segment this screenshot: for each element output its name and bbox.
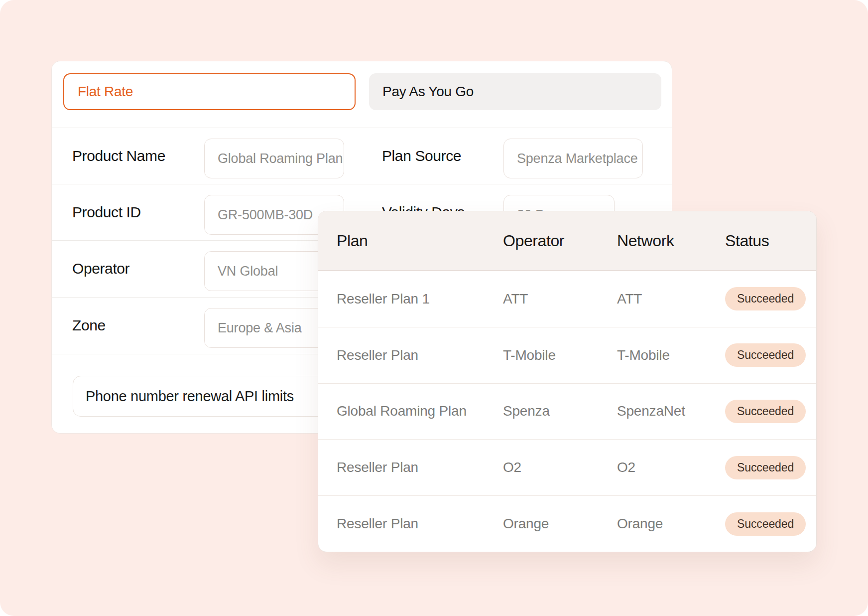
operator-cell: Orange	[485, 516, 599, 532]
network-cell: ATT	[599, 291, 707, 307]
status-badge: Succeeded	[725, 512, 806, 536]
plans-table-card: Plan Operator Network Status Reseller Pl…	[318, 211, 817, 552]
column-header-network: Network	[599, 232, 707, 250]
product-id-label: Product ID	[72, 184, 141, 240]
plan-cell: Reseller Plan	[318, 516, 485, 532]
product-name-label: Product Name	[72, 128, 165, 184]
status-badge: Succeeded	[725, 456, 806, 479]
plan-source-label: Plan Source	[382, 128, 461, 184]
status-badge: Succeeded	[725, 400, 806, 423]
plan-source-field[interactable]: Spenza Marketplace	[503, 139, 643, 178]
plan-cell: Reseller Plan	[318, 347, 485, 363]
plan-cell: Global Roaming Plan	[318, 403, 485, 419]
tab-pay-as-you-go[interactable]: Pay As You Go	[369, 73, 661, 110]
operator-label: Operator	[72, 241, 129, 297]
status-cell: Succeeded	[707, 400, 816, 423]
status-badge: Succeeded	[725, 287, 806, 310]
zone-label: Zone	[72, 298, 106, 353]
operator-cell: O2	[485, 460, 599, 475]
phone-number-renewal-api-limits-button[interactable]: Phone number renewal API limits	[73, 376, 352, 417]
tab-flat-rate[interactable]: Flat Rate	[63, 73, 356, 110]
status-cell: Succeeded	[707, 512, 816, 536]
form-row-product-name: Product Name Global Roaming Plan Plan So…	[52, 128, 672, 184]
status-cell: Succeeded	[707, 287, 816, 310]
column-header-status: Status	[707, 232, 816, 250]
plan-cell: Reseller Plan	[318, 460, 485, 475]
plan-cell: Reseller Plan 1	[318, 291, 485, 307]
network-cell: Orange	[599, 516, 707, 532]
operator-cell: T-Mobile	[485, 347, 599, 363]
status-cell: Succeeded	[707, 456, 816, 479]
operator-cell: Spenza	[485, 403, 599, 419]
plans-table-header: Plan Operator Network Status	[318, 211, 816, 271]
product-name-field[interactable]: Global Roaming Plan	[204, 139, 344, 178]
status-cell: Succeeded	[707, 343, 816, 367]
page-background: Flat Rate Pay As You Go Product Name Glo…	[0, 0, 868, 616]
column-header-operator: Operator	[485, 232, 599, 250]
network-cell: T-Mobile	[599, 347, 707, 363]
table-row[interactable]: Global Roaming Plan Spenza SpenzaNet Suc…	[318, 383, 816, 440]
table-row[interactable]: Reseller Plan O2 O2 Succeeded	[318, 439, 816, 495]
column-header-plan: Plan	[318, 232, 485, 250]
table-row[interactable]: Reseller Plan Orange Orange Succeeded	[318, 495, 816, 552]
status-badge: Succeeded	[725, 343, 806, 367]
operator-cell: ATT	[485, 291, 599, 307]
network-cell: SpenzaNet	[599, 403, 707, 419]
network-cell: O2	[599, 460, 707, 475]
table-row[interactable]: Reseller Plan 1 ATT ATT Succeeded	[318, 271, 816, 327]
table-row[interactable]: Reseller Plan T-Mobile T-Mobile Succeede…	[318, 327, 816, 383]
rate-type-tabs: Flat Rate Pay As You Go	[52, 61, 672, 128]
